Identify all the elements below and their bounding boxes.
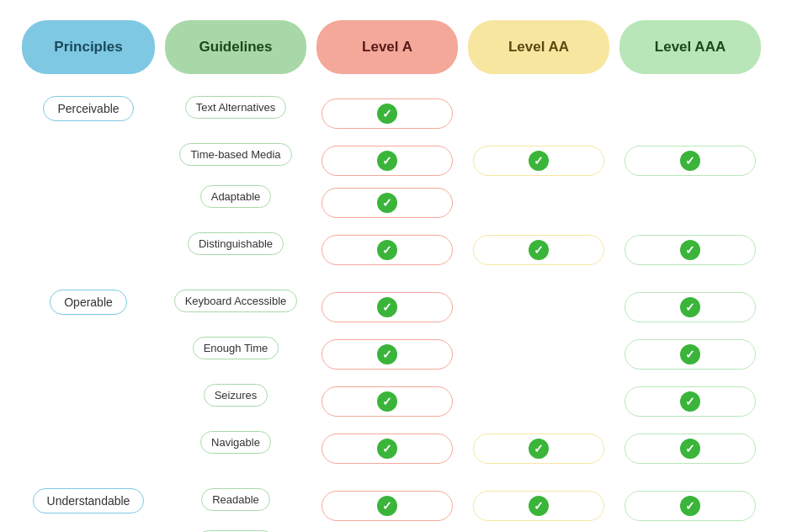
- guideline-adaptable: Adaptable: [200, 185, 272, 208]
- check-icon: ✓: [377, 240, 397, 260]
- guideline-time-based-media: Time-based Media: [179, 143, 291, 166]
- header-level-aa: Level AA: [468, 20, 609, 74]
- check-icon: ✓: [680, 151, 700, 171]
- check-icon: ✓: [680, 439, 700, 459]
- table-grid: Principles Guidelines Level A Level AA L…: [17, 17, 791, 532]
- check-icon: ✓: [377, 151, 397, 171]
- guideline-seizures: Seizures: [204, 384, 268, 407]
- principle-operable: Operable: [50, 290, 127, 315]
- check-icon: ✓: [377, 344, 397, 364]
- check-icon: ✓: [529, 240, 549, 260]
- section-separator: [17, 77, 766, 93]
- accessibility-table: Principles Guidelines Level A Level AA L…: [0, 0, 808, 532]
- guideline-enough-time: Enough Time: [193, 337, 279, 359]
- check-icon: ✓: [529, 151, 549, 171]
- header-guidelines: Guidelines: [165, 20, 306, 74]
- section-separator: [17, 470, 766, 485]
- check-icon: ✓: [680, 240, 700, 260]
- check-icon: ✓: [377, 297, 397, 317]
- header-level-aaa: Level AAA: [619, 20, 761, 74]
- check-icon: ✓: [680, 391, 700, 412]
- principle-understandable: Understandable: [33, 488, 145, 513]
- check-icon: ✓: [377, 104, 397, 124]
- guideline-navigable: Navigable: [200, 431, 271, 454]
- guideline-text-alternatives: Text Alternatives: [185, 96, 287, 119]
- check-icon: ✓: [680, 496, 700, 516]
- check-icon: ✓: [377, 391, 397, 412]
- guideline-distinguishable: Distinguishable: [188, 232, 284, 255]
- principle-perceivable: Perceivable: [43, 96, 133, 121]
- header-principles: Principles: [22, 20, 155, 74]
- check-icon: ✓: [529, 439, 549, 459]
- header-level-a: Level A: [316, 20, 458, 74]
- check-icon: ✓: [680, 297, 700, 317]
- section-separator: [17, 271, 766, 286]
- check-icon: ✓: [680, 344, 700, 364]
- guideline-readable: Readable: [201, 488, 270, 511]
- check-icon: ✓: [377, 439, 397, 459]
- check-icon: ✓: [529, 496, 549, 516]
- guideline-keyboard-accessible: Keyboard Accessible: [174, 290, 298, 312]
- check-icon: ✓: [377, 496, 397, 516]
- check-icon: ✓: [377, 193, 397, 213]
